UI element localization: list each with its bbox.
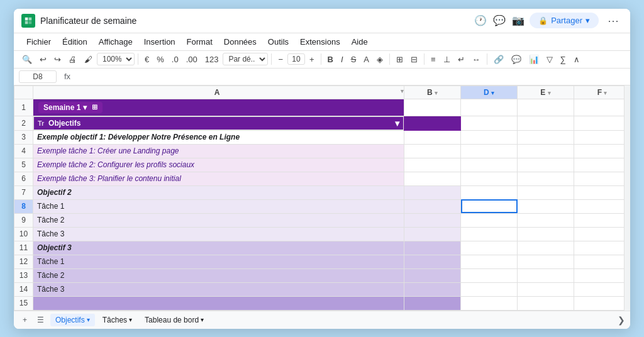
add-sheet-btn[interactable]: +	[19, 314, 31, 326]
cell-b7[interactable]	[404, 185, 461, 199]
percent-btn[interactable]: %	[153, 53, 167, 66]
merge-btn[interactable]: ⊟	[408, 53, 421, 66]
cell-d1[interactable]	[461, 99, 518, 116]
menu-aide[interactable]: Aide	[347, 35, 373, 49]
tab-objectifs[interactable]: Objectifs ▾	[50, 314, 95, 326]
strikethrough-btn[interactable]: S	[348, 53, 360, 66]
col-header-f[interactable]: F ▾	[574, 86, 625, 99]
cell-d4[interactable]	[461, 144, 518, 158]
cell-d14[interactable]	[461, 282, 518, 296]
cell-f10[interactable]	[574, 227, 625, 241]
search-btn[interactable]: 🔍	[19, 53, 35, 66]
cell-e4[interactable]	[518, 144, 574, 158]
cell-e7[interactable]	[518, 185, 574, 199]
cell-f5[interactable]	[574, 158, 625, 172]
cell-f7[interactable]	[574, 185, 625, 199]
tab-tableau-de-bord[interactable]: Tableau de bord ▾	[140, 314, 209, 326]
cell-b11[interactable]	[404, 241, 461, 255]
cell-a4[interactable]: Exemple tâche 1: Créer une Landing page	[33, 144, 404, 158]
undo-btn[interactable]: ↩	[36, 53, 50, 66]
zoom-select[interactable]: 100%	[97, 53, 135, 65]
cell-a1[interactable]: Semaine 1 ▾ ⊞	[33, 99, 404, 116]
font-plus-btn[interactable]: +	[306, 53, 318, 66]
share-button[interactable]: 🔒 Partager ▾	[530, 13, 599, 28]
comment-btn[interactable]: 💬	[508, 53, 525, 66]
menu-format[interactable]: Format	[182, 35, 218, 49]
cell-f13[interactable]	[574, 268, 625, 282]
camera-icon[interactable]: 📷	[512, 14, 525, 26]
cell-a7[interactable]: Objectif 2	[33, 185, 404, 199]
text-color-btn[interactable]: A	[360, 53, 372, 66]
cell-a13[interactable]: Tâche 2	[33, 268, 404, 282]
font-size-input[interactable]	[287, 53, 305, 65]
cell-reference-input[interactable]	[19, 70, 57, 83]
cell-b5[interactable]	[404, 158, 461, 172]
cell-a3[interactable]: Exemple objectif 1: Développer Notre Pré…	[33, 130, 404, 144]
filter-btn[interactable]: ▽	[543, 53, 556, 66]
align-btn[interactable]: ≡	[428, 53, 439, 66]
menu-extensions[interactable]: Extensions	[295, 35, 345, 49]
borders-btn[interactable]: ⊞	[393, 53, 406, 66]
col-header-d[interactable]: D ▾	[461, 86, 518, 99]
cell-d12[interactable]	[461, 255, 518, 268]
cell-a14[interactable]: Tâche 3	[33, 282, 404, 296]
cell-b2[interactable]	[404, 116, 461, 130]
paintformat-btn[interactable]: 🖌	[81, 53, 96, 66]
currency-btn[interactable]: €	[142, 53, 152, 66]
vertical-scrollbar[interactable]	[624, 86, 630, 311]
cell-f14[interactable]	[574, 282, 625, 296]
cell-f2[interactable]	[574, 116, 625, 130]
bold-btn[interactable]: B	[325, 53, 336, 66]
cell-a15[interactable]	[33, 296, 404, 310]
collapse-btn[interactable]: ∧	[570, 53, 583, 66]
cell-e3[interactable]	[518, 130, 574, 144]
cell-e8[interactable]	[518, 199, 574, 213]
col-header-e[interactable]: E ▾	[518, 86, 574, 99]
cell-b3[interactable]	[404, 130, 461, 144]
redo-btn[interactable]: ↪	[51, 53, 64, 66]
tab-taches[interactable]: Tâches ▾	[97, 314, 137, 326]
link-btn[interactable]: 🔗	[491, 53, 507, 66]
cell-b15[interactable]	[404, 296, 461, 310]
cell-f15[interactable]	[574, 296, 625, 310]
cell-f1[interactable]	[574, 99, 625, 116]
col-header-b[interactable]: B ▾	[404, 86, 461, 99]
cell-b8[interactable]	[404, 199, 461, 213]
cell-b6[interactable]	[404, 172, 461, 185]
cell-d11[interactable]	[461, 241, 518, 255]
comment-icon[interactable]: 💬	[493, 14, 506, 26]
cell-e15[interactable]	[518, 296, 574, 310]
menu-insertion[interactable]: Insertion	[139, 35, 180, 49]
cell-f12[interactable]	[574, 255, 625, 268]
cell-f6[interactable]	[574, 172, 625, 185]
cell-e2[interactable]	[518, 116, 574, 130]
cell-b9[interactable]	[404, 213, 461, 227]
cell-f11[interactable]	[574, 241, 625, 255]
cell-e5[interactable]	[518, 158, 574, 172]
cell-e1[interactable]	[518, 99, 574, 116]
function-btn[interactable]: ∑	[557, 53, 569, 66]
cell-e11[interactable]	[518, 241, 574, 255]
cell-a8[interactable]: Tâche 1	[33, 199, 404, 213]
cell-d5[interactable]	[461, 158, 518, 172]
format123-btn[interactable]: 123	[202, 53, 222, 66]
font-format-select[interactable]: Par dé...	[223, 53, 268, 65]
cell-f9[interactable]	[574, 213, 625, 227]
decimal0-btn[interactable]: .0	[169, 53, 182, 66]
menu-outils[interactable]: Outils	[263, 35, 294, 49]
cell-e6[interactable]	[518, 172, 574, 185]
cell-f3[interactable]	[574, 130, 625, 144]
cell-e9[interactable]	[518, 213, 574, 227]
cell-e14[interactable]	[518, 282, 574, 296]
cell-f4[interactable]	[574, 144, 625, 158]
font-minus-btn[interactable]: −	[275, 53, 286, 66]
cell-b1[interactable]	[404, 99, 461, 116]
cell-f8[interactable]	[574, 199, 625, 213]
cell-a5[interactable]: Exemple tâche 2: Configurer les profils …	[33, 158, 404, 172]
cell-d10[interactable]	[461, 227, 518, 241]
scroll-right-icon[interactable]: ❯	[618, 315, 625, 325]
sheets-menu-btn[interactable]: ☰	[33, 314, 48, 326]
print-btn[interactable]: 🖨	[65, 53, 80, 66]
cell-d7[interactable]	[461, 185, 518, 199]
text-dir-btn[interactable]: ↔	[469, 53, 484, 66]
